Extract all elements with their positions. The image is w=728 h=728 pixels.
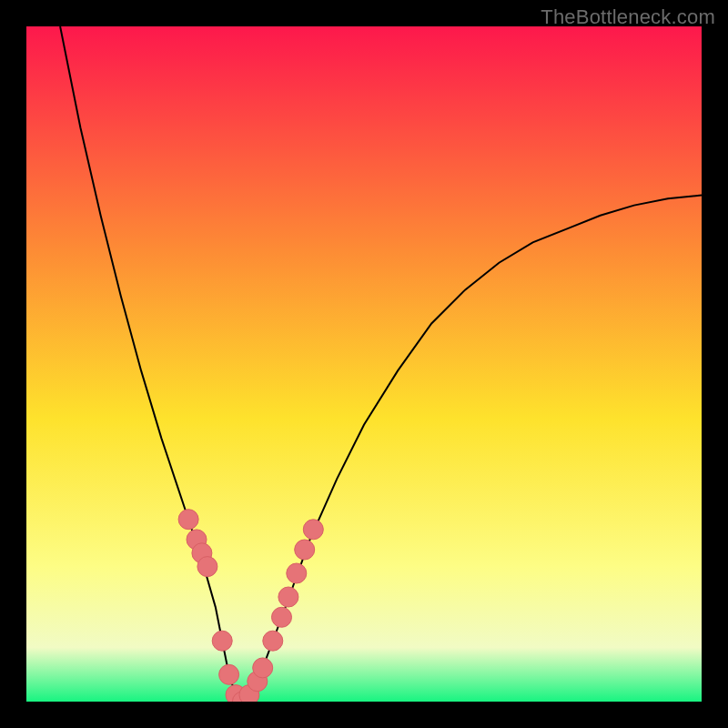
marker-dot bbox=[219, 664, 239, 684]
marker-dot bbox=[212, 631, 232, 651]
marker-dot bbox=[253, 658, 273, 678]
gradient-background bbox=[26, 26, 702, 702]
marker-dot bbox=[278, 587, 298, 607]
chart-frame: TheBottleneck.com bbox=[0, 0, 728, 728]
marker-dot bbox=[295, 540, 315, 560]
marker-dot bbox=[287, 563, 307, 583]
watermark-text: TheBottleneck.com bbox=[541, 5, 715, 29]
marker-dot bbox=[263, 631, 283, 651]
marker-dot bbox=[197, 557, 217, 577]
marker-dot bbox=[178, 510, 198, 530]
marker-dot bbox=[303, 520, 323, 540]
bottleneck-plot bbox=[26, 26, 702, 702]
marker-dot bbox=[272, 607, 292, 627]
